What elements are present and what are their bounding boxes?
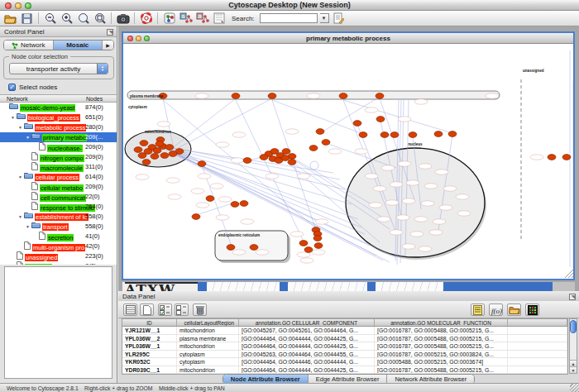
tree-row[interactable]: unassigned223(0) (0, 251, 117, 261)
tab-network[interactable]: Network (4, 41, 54, 50)
network-node[interactable] (232, 93, 240, 99)
select-nodes-checkbox[interactable]: ✓ (8, 84, 16, 91)
network-node[interactable] (288, 160, 296, 165)
search-input[interactable] (260, 13, 318, 23)
network-node[interactable] (562, 155, 571, 160)
network-zoom-button[interactable] (144, 36, 150, 41)
birds-eye-view[interactable] (4, 266, 112, 379)
close-button[interactable] (5, 2, 12, 9)
tree-row[interactable]: ▼establishment of lo558(0) (0, 212, 117, 222)
expand-arrow-icon[interactable]: ▼ (26, 132, 31, 142)
network-node[interactable] (169, 151, 177, 157)
network-node[interactable] (243, 158, 251, 164)
network-node[interactable] (339, 93, 347, 99)
network-minimize-button[interactable] (136, 36, 141, 41)
table-scrollbar[interactable]: ▲ ▼ (569, 318, 577, 374)
tree-row[interactable]: ▼primary metabo209(... (0, 132, 117, 142)
attribute-table-icon[interactable] (123, 304, 137, 316)
import-attributes-icon[interactable] (507, 304, 521, 316)
delete-attribute-icon[interactable] (193, 304, 207, 316)
network-node[interactable] (448, 131, 457, 137)
tree-col-nodes[interactable]: Nodes (86, 96, 103, 102)
expand-arrow-icon[interactable]: ▼ (18, 172, 24, 182)
tree-row[interactable]: secretion41(0) (0, 232, 117, 241)
search-dropdown-icon[interactable]: ▼ (320, 13, 329, 23)
network-node[interactable] (309, 146, 318, 151)
window-resize-grip[interactable] (572, 276, 573, 278)
network-node[interactable] (268, 93, 276, 99)
table-row[interactable]: YPL036W__1mitochondrion[GO:0044464, GO:0… (122, 342, 567, 351)
new-attribute-icon[interactable] (140, 304, 154, 316)
tree-row[interactable]: ▼metabolic process280(0) (0, 122, 117, 132)
column-header[interactable]: ID (122, 319, 177, 326)
layout-grid-icon[interactable] (212, 12, 226, 25)
network-node[interactable] (153, 148, 161, 154)
network-node[interactable] (313, 236, 322, 241)
zoom-selected-icon[interactable] (76, 12, 90, 25)
column-header[interactable]: annotation.GO MOLECULAR_FUNCTION (375, 319, 508, 326)
network-node[interactable] (434, 131, 443, 137)
node-annotation-icon[interactable]: a (179, 12, 193, 25)
network-node[interactable] (240, 201, 248, 207)
tree-col-network[interactable]: Network (7, 96, 28, 102)
network-node[interactable] (314, 243, 323, 249)
scroll-down-icon[interactable]: ▼ (570, 366, 577, 373)
network-node[interactable] (231, 202, 239, 208)
select-attributes-icon[interactable] (158, 304, 172, 316)
network-node[interactable] (156, 141, 164, 147)
network-node[interactable] (380, 132, 389, 138)
network-node[interactable] (281, 155, 290, 161)
expand-arrow-icon[interactable]: ▼ (18, 122, 24, 132)
zoom-in-icon[interactable] (60, 12, 74, 25)
network-node[interactable] (376, 93, 384, 99)
tree-row[interactable]: ▼transport558(0) (0, 222, 117, 232)
network-node[interactable] (322, 140, 330, 146)
network-node[interactable] (138, 153, 146, 159)
expand-arrow-icon[interactable]: ▼ (26, 222, 31, 232)
tree-row[interactable]: response to stimulu264(0) (0, 202, 117, 212)
tree-row[interactable]: macromolecule311(0) (0, 162, 117, 172)
node-color-dropdown[interactable]: transporter activity ▲▼ (9, 63, 108, 74)
edge-annotation-icon[interactable]: a (195, 12, 209, 25)
resize-grip[interactable] (570, 384, 579, 392)
network-node[interactable] (376, 117, 385, 122)
network-node[interactable] (142, 160, 151, 165)
network-node[interactable] (134, 147, 142, 153)
tab-overflow-arrow[interactable]: ▶ (103, 41, 113, 50)
column-header[interactable]: annotation.GO CELLULAR_COMPONENT (239, 319, 375, 326)
network-close-button[interactable] (127, 36, 133, 41)
open-icon[interactable] (3, 12, 17, 25)
network-node[interactable] (282, 149, 290, 155)
column-header[interactable]: _cellularLayoutRegion (177, 319, 239, 326)
table-row[interactable]: YPL036W__2plasma membrane[GO:0044464, GO… (122, 335, 567, 343)
attribute-list-icon[interactable] (471, 304, 485, 316)
network-node[interactable] (198, 161, 206, 167)
help-icon[interactable] (139, 12, 153, 25)
tree-row[interactable]: Overview8(0) (0, 261, 117, 265)
network-node[interactable] (192, 214, 200, 220)
network-node[interactable] (359, 132, 367, 138)
save-icon[interactable] (20, 12, 34, 25)
network-node[interactable] (316, 129, 324, 135)
tree-row[interactable]: ▼biological_process651(0) (0, 112, 117, 122)
minimize-button[interactable] (15, 2, 22, 9)
tree-row[interactable]: cellular metabo209(0) (0, 182, 117, 192)
network-node[interactable] (206, 196, 214, 202)
column-header[interactable] (508, 319, 567, 326)
zoom-button[interactable] (25, 2, 31, 9)
tab-mosaic[interactable]: Mosaic (54, 41, 103, 50)
tree-row[interactable]: ▼cellular process614(0) (0, 172, 117, 182)
network-node[interactable] (353, 121, 361, 127)
scroll-up-icon[interactable]: ▲ (570, 360, 577, 366)
expand-arrow-icon[interactable]: ▼ (18, 212, 24, 222)
network-node[interactable] (165, 145, 174, 151)
snapshot-icon[interactable] (116, 12, 130, 25)
tree-row[interactable]: nitrogen compo209(0) (0, 152, 117, 162)
function-builder-icon[interactable]: f(o) (489, 304, 503, 316)
tree-row[interactable]: multi-organism pro42(0) (0, 241, 117, 251)
tree-row[interactable]: cell communicat22(0) (0, 192, 117, 202)
attribute-matrix-icon[interactable] (525, 304, 539, 316)
network-node[interactable] (260, 155, 268, 160)
zoom-out-icon[interactable] (43, 12, 57, 25)
float-panel-icon[interactable] (107, 29, 113, 36)
